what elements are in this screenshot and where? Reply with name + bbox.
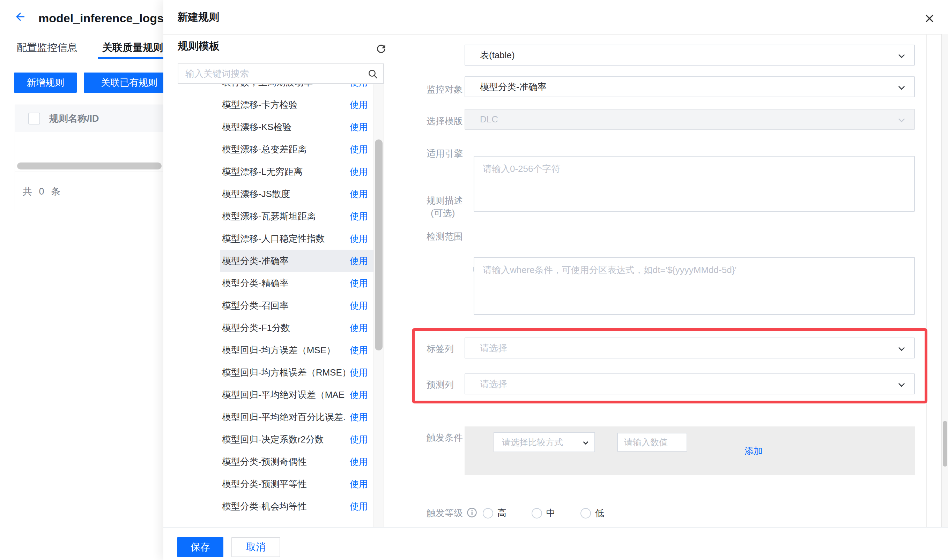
template-item[interactable]: 模型回归-均方根误差（RMSE）使用 <box>220 361 374 383</box>
template-use-link[interactable]: 使用 <box>350 478 368 490</box>
tab-config-monitor-info[interactable]: 配置监控信息 <box>17 36 77 59</box>
template-use-link[interactable]: 使用 <box>350 322 368 334</box>
radio-level-high[interactable] <box>483 508 493 518</box>
new-rule-modal: 新建规则 规则模板 表行数，上周期波动率使用模型漂移-卡方检验使用模型漂移-KS… <box>164 0 948 560</box>
label-column-label: 标签列 <box>426 343 454 355</box>
template-use-link[interactable]: 使用 <box>350 99 368 111</box>
template-item-name: 模型分类-精确率 <box>222 277 289 289</box>
template-use-link[interactable]: 使用 <box>350 389 368 401</box>
template-use-link[interactable]: 使用 <box>350 188 368 200</box>
template-use-link[interactable]: 使用 <box>350 210 368 223</box>
template-item[interactable]: 模型回归-均方误差（MSE）使用 <box>220 339 374 361</box>
template-item[interactable]: 模型分类-机会均等性使用 <box>220 495 374 517</box>
cancel-button[interactable]: 取消 <box>232 537 280 557</box>
rule-table-empty-row <box>15 132 181 160</box>
template-item[interactable]: 模型分类-准确率使用 <box>220 250 374 272</box>
template-use-link[interactable]: 使用 <box>350 255 368 267</box>
select-all-checkbox[interactable] <box>28 112 40 125</box>
template-item[interactable]: 模型回归-决定系数r2分数使用 <box>220 428 374 451</box>
template-item-name: 模型分类-预测平等性 <box>222 478 307 490</box>
trigger-condition-panel: 请选择比较方式 添加 <box>465 426 915 475</box>
info-icon[interactable] <box>467 507 477 518</box>
template-use-link[interactable]: 使用 <box>350 434 368 446</box>
template-select-label: 选择模版 <box>426 115 463 127</box>
description-textarea[interactable] <box>474 156 915 212</box>
template-item[interactable]: 模型漂移-L无穷距离使用 <box>220 160 374 183</box>
trigger-value-input[interactable] <box>617 433 687 452</box>
template-use-link[interactable]: 使用 <box>350 121 368 133</box>
template-item[interactable]: 模型漂移-卡方检验使用 <box>220 94 374 116</box>
monitor-object-label: 监控对象 <box>426 83 463 95</box>
trigger-condition-label: 触发条件 <box>426 432 463 444</box>
template-item[interactable]: 模型回归-平均绝对百分比误差...使用 <box>220 406 374 428</box>
back-icon[interactable] <box>14 11 26 23</box>
template-item-name: 模型分类-准确率 <box>222 255 289 267</box>
template-use-link[interactable]: 使用 <box>350 232 368 245</box>
template-use-link[interactable]: 使用 <box>350 143 368 155</box>
template-item-name: 模型回归-均方误差（MSE） <box>222 344 335 356</box>
monitor-object-value: 表(table) <box>480 49 515 62</box>
link-existing-rule-button[interactable]: 关联已有规则 <box>84 72 174 93</box>
template-use-link[interactable]: 使用 <box>350 344 368 356</box>
template-item[interactable]: 表行数，上周期波动率使用 <box>220 85 374 94</box>
template-item[interactable]: 模型分类-召回率使用 <box>220 294 374 317</box>
template-item[interactable]: 模型分类-精确率使用 <box>220 272 374 294</box>
template-use-link[interactable]: 使用 <box>350 300 368 312</box>
template-use-link[interactable]: 使用 <box>350 85 368 89</box>
template-item[interactable]: 模型漂移-JS散度使用 <box>220 183 374 205</box>
template-item-name: 模型回归-平均绝对误差（MAE） <box>222 389 345 401</box>
template-item[interactable]: 模型分类-预测平等性使用 <box>220 473 374 495</box>
close-icon[interactable] <box>923 12 936 25</box>
radio-level-low[interactable] <box>581 508 591 518</box>
rule-table-hscrollbar <box>15 160 181 172</box>
template-item[interactable]: 模型回归-平均绝对误差（MAE）使用 <box>220 383 374 406</box>
compare-method-select[interactable]: 请选择比较方式 <box>494 432 595 452</box>
radio-level-low-label[interactable]: 低 <box>595 507 604 519</box>
add-condition-link[interactable]: 添加 <box>744 426 763 475</box>
rule-table-total: 共 0 条 <box>23 172 62 211</box>
template-item[interactable]: 模型分类-F1分数使用 <box>220 317 374 339</box>
radio-level-high-label[interactable]: 高 <box>497 507 506 519</box>
template-select[interactable]: 模型分类-准确率 <box>465 76 915 97</box>
add-rule-button[interactable]: 新增规则 <box>14 72 77 93</box>
template-use-link[interactable]: 使用 <box>350 366 368 379</box>
screen: model_inference_logs_1 配置监控信息 关联质量规则 新增规… <box>0 0 948 560</box>
template-use-link[interactable]: 使用 <box>350 500 368 512</box>
template-use-link[interactable]: 使用 <box>350 456 368 468</box>
template-select-value: 模型分类-准确率 <box>480 81 547 93</box>
template-item-name: 模型分类-预测奇偶性 <box>222 456 307 468</box>
monitor-object-select[interactable]: 表(table) <box>465 45 915 66</box>
rule-table-footer: 共 0 条 <box>15 172 181 211</box>
prediction-column-label: 预测列 <box>426 379 454 391</box>
template-item[interactable]: 模型漂移-总变差距离使用 <box>220 138 374 160</box>
engine-value: DLC <box>480 114 498 125</box>
prediction-column-select[interactable]: 请选择 <box>465 374 915 394</box>
template-use-link[interactable]: 使用 <box>350 166 368 178</box>
radio-level-medium-label[interactable]: 中 <box>546 507 555 519</box>
template-item[interactable]: 模型漂移-KS检验使用 <box>220 116 374 138</box>
prediction-column-placeholder: 请选择 <box>480 378 507 390</box>
template-item-name: 模型回归-均方根误差（RMSE） <box>222 366 345 379</box>
tab-linked-quality-rules[interactable]: 关联质量规则 <box>102 36 163 59</box>
magnifier-icon[interactable] <box>367 68 378 80</box>
refresh-icon[interactable] <box>375 43 388 55</box>
label-column-placeholder: 请选择 <box>480 342 507 354</box>
label-column-select[interactable]: 请选择 <box>465 337 915 358</box>
rule-table-header: 规则名称/ID <box>15 105 181 132</box>
page-title: model_inference_logs_1 <box>39 0 177 36</box>
radio-level-medium[interactable] <box>531 508 542 518</box>
chevron-down-icon <box>897 83 906 92</box>
modal-scrollbar-thumb[interactable] <box>943 421 947 466</box>
template-item[interactable]: 模型漂移-人口稳定性指数使用 <box>220 227 374 250</box>
template-list-scroll-thumb[interactable] <box>375 140 383 351</box>
template-search-input[interactable] <box>178 64 383 83</box>
template-item[interactable]: 模型分类-预测奇偶性使用 <box>220 451 374 473</box>
description-label: 规则描述 <box>426 195 463 207</box>
template-use-link[interactable]: 使用 <box>350 277 368 289</box>
save-button[interactable]: 保存 <box>177 537 223 557</box>
rule-table-hscroll-thumb[interactable] <box>17 163 162 169</box>
template-item[interactable]: 模型漂移-瓦瑟斯坦距离使用 <box>220 205 374 227</box>
template-item-name: 模型分类-召回率 <box>222 300 289 312</box>
where-condition-textarea[interactable] <box>474 257 915 315</box>
template-use-link[interactable]: 使用 <box>350 411 368 423</box>
